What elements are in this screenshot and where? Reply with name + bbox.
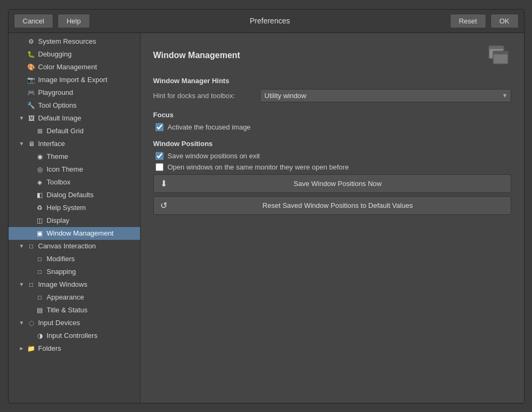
- sidebar-item-help-system[interactable]: ♻Help System: [9, 201, 140, 214]
- cancel-button[interactable]: Cancel: [14, 14, 53, 28]
- ok-button[interactable]: OK: [490, 14, 519, 28]
- arrow-canvas-interaction: ▼: [19, 243, 27, 249]
- dialog-body: ⚙System Resources🐛Debugging🎨Color Manage…: [9, 33, 524, 403]
- default-image-icon: 🖼: [27, 114, 36, 123]
- window-management-icon: [486, 43, 511, 68]
- sidebar-item-modifiers[interactable]: □Modifiers: [9, 253, 140, 265]
- theme-icon: ◉: [35, 152, 45, 161]
- sidebar-label-icon-theme: Icon Theme: [47, 165, 83, 173]
- sidebar-label-snapping: Snapping: [47, 268, 76, 276]
- canvas-interaction-icon: □: [27, 241, 36, 251]
- sidebar-item-icon-theme[interactable]: ◎Icon Theme: [9, 163, 140, 176]
- activate-focused-row: Activate the focused image: [153, 123, 511, 131]
- sidebar-label-help-system: Help System: [47, 204, 86, 212]
- sidebar-item-tool-options[interactable]: 🔧Tool Options: [9, 99, 140, 112]
- sidebar-item-interface[interactable]: ▼🖥Interface: [9, 138, 140, 150]
- hints-title: Window Manager Hints: [153, 77, 511, 85]
- title-status-icon: ▤: [35, 305, 45, 315]
- appearance-icon: □: [35, 293, 45, 302]
- svg-rect-1: [489, 46, 504, 49]
- dialog-defaults-icon: ◧: [35, 190, 45, 200]
- section-header: Window Management: [153, 43, 511, 68]
- svg-rect-3: [493, 51, 508, 54]
- sidebar-label-theme: Theme: [47, 152, 68, 160]
- help-button[interactable]: Help: [58, 14, 90, 28]
- sidebar-item-display[interactable]: ◫Display: [9, 214, 140, 227]
- sidebar-item-snapping[interactable]: □Snapping: [9, 265, 140, 278]
- open-same-monitor-checkbox[interactable]: [155, 163, 163, 171]
- focus-section: Focus Activate the focused image: [153, 111, 511, 131]
- preferences-dialog: Cancel Help Preferences Reset OK ⚙System…: [8, 9, 525, 403]
- sidebar-label-debugging: Debugging: [38, 50, 72, 58]
- icon-theme-icon: ◎: [35, 165, 45, 174]
- activate-focused-label: Activate the focused image: [168, 123, 251, 131]
- save-positions-icon: ⬇: [160, 179, 167, 189]
- sidebar-item-theme[interactable]: ◉Theme: [9, 150, 140, 163]
- modifiers-icon: □: [35, 254, 45, 264]
- system-resources-icon: ⚙: [27, 37, 36, 46]
- focus-title: Focus: [153, 111, 511, 119]
- arrow-image-windows: ▼: [19, 281, 27, 287]
- open-same-monitor-label: Open windows on the same monitor they we…: [168, 163, 349, 171]
- sidebar-label-folders: Folders: [38, 344, 61, 352]
- activate-focused-checkbox[interactable]: [155, 123, 163, 131]
- hint-select-wrapper: Utility window Normal window Dock window…: [260, 89, 511, 102]
- sidebar-label-appearance: Appearance: [47, 293, 84, 301]
- dialog-title: Preferences: [94, 17, 446, 25]
- sidebar-label-image-windows: Image Windows: [38, 280, 87, 288]
- sidebar-item-input-controllers[interactable]: ◑Input Controllers: [9, 329, 140, 342]
- reset-button[interactable]: Reset: [450, 14, 486, 28]
- sidebar-label-dialog-defaults: Dialog Defaults: [47, 191, 94, 199]
- input-controllers-icon: ◑: [35, 331, 45, 341]
- arrow-interface: ▼: [19, 141, 27, 147]
- sidebar-label-input-devices: Input Devices: [38, 319, 80, 327]
- playground-icon: 🎮: [27, 88, 36, 98]
- sidebar-item-folders[interactable]: ►📁Folders: [9, 342, 140, 355]
- sidebar-label-default-image: Default Image: [38, 114, 81, 122]
- folders-icon: 📁: [27, 344, 36, 353]
- arrow-default-image: ▼: [19, 115, 27, 121]
- sidebar-item-debugging[interactable]: 🐛Debugging: [9, 48, 140, 61]
- sidebar-label-canvas-interaction: Canvas Interaction: [38, 242, 96, 250]
- image-windows-icon: □: [27, 280, 36, 289]
- toolbox-icon: ◈: [35, 177, 45, 187]
- window-management-icon: ▣: [35, 229, 45, 238]
- section-title: Window Management: [153, 51, 240, 60]
- sidebar-item-toolbox[interactable]: ◈Toolbox: [9, 176, 140, 189]
- sidebar-item-canvas-interaction[interactable]: ▼□Canvas Interaction: [9, 240, 140, 253]
- interface-icon: 🖥: [27, 139, 36, 149]
- sidebar-item-title-status[interactable]: ▤Title & Status: [9, 304, 140, 317]
- reset-positions-button[interactable]: ↺ Reset Saved Window Positions to Defaul…: [153, 196, 511, 215]
- save-on-exit-label: Save window positions on exit: [168, 152, 260, 160]
- save-on-exit-checkbox[interactable]: [155, 152, 163, 160]
- sidebar-item-default-image[interactable]: ▼🖼Default Image: [9, 112, 140, 125]
- sidebar-label-interface: Interface: [38, 140, 66, 148]
- sidebar-item-playground[interactable]: 🎮Playground: [9, 86, 140, 99]
- save-positions-button[interactable]: ⬇ Save Window Positions Now: [153, 174, 511, 193]
- hint-label: Hint for docks and toolbox:: [153, 92, 260, 100]
- input-devices-icon: ◌: [27, 318, 36, 328]
- snapping-icon: □: [35, 267, 45, 277]
- sidebar-item-appearance[interactable]: □Appearance: [9, 291, 140, 304]
- sidebar-label-color-management: Color Management: [38, 63, 97, 71]
- image-import-export-icon: 📷: [27, 75, 36, 85]
- color-management-icon: 🎨: [27, 62, 36, 72]
- save-positions-label: Save Window Positions Now: [171, 180, 504, 188]
- open-same-monitor-row: Open windows on the same monitor they we…: [153, 163, 511, 171]
- sidebar-label-system-resources: System Resources: [38, 37, 96, 45]
- sidebar-label-display: Display: [47, 216, 70, 224]
- sidebar-item-default-grid[interactable]: ⊞Default Grid: [9, 125, 140, 138]
- help-system-icon: ♻: [35, 203, 45, 213]
- sidebar-item-input-devices[interactable]: ▼◌Input Devices: [9, 317, 140, 329]
- hint-row: Hint for docks and toolbox: Utility wind…: [153, 89, 511, 102]
- sidebar-label-tool-options: Tool Options: [38, 101, 77, 109]
- default-grid-icon: ⊞: [35, 126, 45, 136]
- save-on-exit-row: Save window positions on exit: [153, 152, 511, 160]
- sidebar-item-dialog-defaults[interactable]: ◧Dialog Defaults: [9, 189, 140, 201]
- sidebar-item-image-windows[interactable]: ▼□Image Windows: [9, 278, 140, 291]
- sidebar-item-color-management[interactable]: 🎨Color Management: [9, 61, 140, 74]
- sidebar-item-window-management[interactable]: ▣Window Management: [9, 227, 140, 240]
- hint-select[interactable]: Utility window Normal window Dock window: [260, 89, 511, 102]
- sidebar-item-system-resources[interactable]: ⚙System Resources: [9, 35, 140, 48]
- sidebar-item-image-import-export[interactable]: 📷Image Import & Export: [9, 74, 140, 86]
